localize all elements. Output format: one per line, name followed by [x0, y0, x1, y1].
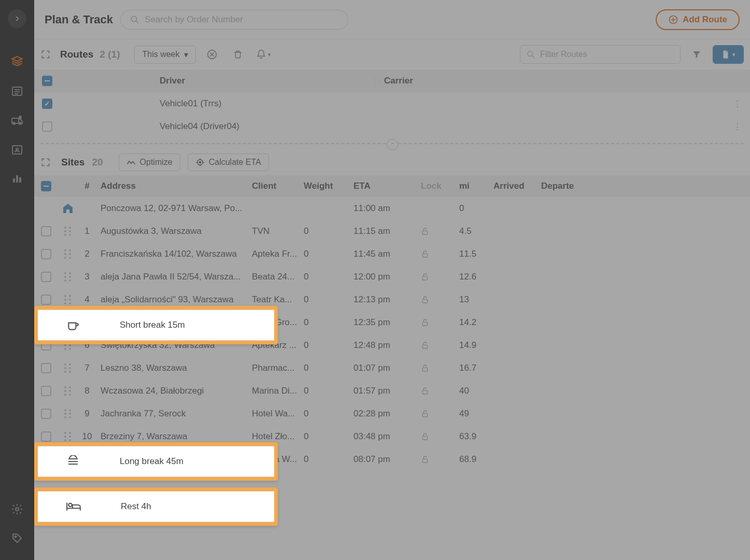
filter-routes-input[interactable]: [540, 50, 674, 59]
route-row[interactable]: Vehicle04 (Driver04) ⋮: [34, 115, 750, 138]
site-row[interactable]: 3aleja Jana Pawła II 52/54, Warsza...Bea…: [34, 265, 750, 288]
site-num: 10: [78, 431, 96, 442]
route-checkbox[interactable]: [42, 99, 52, 109]
drag-handle[interactable]: [58, 227, 78, 236]
select-all-routes-checkbox[interactable]: [42, 76, 52, 86]
site-checkbox[interactable]: [41, 226, 51, 236]
site-address: Augustówka 3, Warszawa: [96, 226, 252, 236]
route-menu-button[interactable]: ⋮: [724, 121, 750, 132]
site-lock[interactable]: [421, 249, 459, 259]
site-checkbox[interactable]: [41, 295, 51, 305]
page-title: Plan & Track: [45, 13, 113, 26]
routes-table: Driver Carrier Vehicle01 (Trrs) ⋮ Vehicl…: [34, 69, 750, 138]
nav-reports[interactable]: [4, 166, 30, 191]
site-lock[interactable]: [421, 227, 459, 236]
document-icon: [721, 50, 730, 59]
col-client: Client: [252, 181, 304, 191]
svg-point-12: [15, 536, 17, 538]
filter-routes-wrap[interactable]: [520, 45, 681, 64]
filter-button[interactable]: [687, 45, 706, 64]
clear-button[interactable]: [202, 45, 222, 64]
site-lock[interactable]: [421, 455, 459, 464]
sidebar-expand-button[interactable]: [8, 9, 26, 28]
nav-orders[interactable]: [4, 79, 30, 104]
site-weight: 0: [304, 431, 353, 442]
divider-handle-icon[interactable]: ⌃: [387, 139, 398, 150]
site-lock[interactable]: [421, 432, 459, 441]
rest-label: Rest 4h: [121, 501, 151, 512]
select-all-sites-checkbox[interactable]: [41, 181, 51, 191]
nav-feedback[interactable]: [4, 526, 30, 551]
site-weight: 0: [304, 409, 353, 419]
export-button[interactable]: ▾: [713, 45, 744, 64]
nav-fleet[interactable]: !: [4, 108, 30, 133]
site-checkbox[interactable]: [41, 363, 51, 373]
site-row[interactable]: 9Jachranka 77, SerockHotel Wa...002:28 p…: [34, 402, 750, 425]
site-weight: 0: [304, 340, 353, 351]
site-checkbox[interactable]: [41, 409, 51, 419]
optimize-label: Optimize: [140, 158, 173, 167]
drag-handle[interactable]: [58, 295, 78, 304]
site-row[interactable]: 2Franciszkańska 14/102, WarszawaApteka F…: [34, 243, 750, 265]
drag-handle[interactable]: [58, 432, 78, 441]
calculate-eta-button[interactable]: Calculate ETA: [188, 153, 269, 171]
optimize-button[interactable]: Optimize: [119, 153, 180, 171]
add-route-button[interactable]: Add Route: [656, 9, 740, 30]
site-checkbox[interactable]: [41, 386, 51, 396]
time-range-label: This week: [142, 50, 179, 59]
expand-icon[interactable]: [40, 157, 51, 167]
drag-handle[interactable]: [58, 386, 78, 396]
time-range-select[interactable]: This week ▾: [134, 46, 195, 64]
rest-card[interactable]: Rest 4h: [34, 487, 278, 526]
svg-text:!: !: [20, 116, 20, 119]
lock-icon: [421, 363, 459, 373]
site-eta: 01:57 pm: [353, 386, 421, 396]
site-lock[interactable]: [421, 386, 459, 396]
site-checkbox[interactable]: [41, 431, 51, 442]
site-weight: 0: [304, 386, 353, 396]
search-input-wrap[interactable]: [120, 10, 348, 30]
svg-point-16: [528, 51, 532, 56]
route-menu-button[interactable]: ⋮: [724, 99, 750, 109]
route-row[interactable]: Vehicle01 (Trrs) ⋮: [34, 92, 750, 115]
sidebar: !: [0, 0, 34, 560]
panel-divider[interactable]: ⌃: [40, 143, 744, 144]
drag-handle[interactable]: [58, 249, 78, 259]
site-lock[interactable]: [421, 409, 459, 418]
long-break-card[interactable]: Long break 45m: [34, 442, 278, 481]
nav-settings[interactable]: [4, 497, 30, 522]
site-lock[interactable]: [421, 295, 459, 304]
svg-rect-22: [422, 299, 427, 303]
delete-button[interactable]: [228, 45, 248, 64]
site-checkbox[interactable]: [41, 249, 51, 259]
nav-schedule[interactable]: [4, 137, 30, 162]
notifications-button[interactable]: ▾: [254, 45, 274, 64]
drag-handle[interactable]: [58, 363, 78, 373]
site-row[interactable]: 1Augustówka 3, WarszawaTVN011:15 am4.5: [34, 220, 750, 243]
svg-rect-24: [422, 345, 427, 348]
col-driver: Driver: [157, 76, 374, 86]
svg-rect-29: [422, 459, 427, 463]
site-lock[interactable]: [421, 272, 459, 282]
drag-handle[interactable]: [58, 272, 78, 282]
site-checkbox[interactable]: [41, 272, 51, 282]
site-lock[interactable]: [421, 318, 459, 327]
site-row[interactable]: Ponczowa 12, 02-971 Warsaw, Po...11:00 a…: [34, 197, 750, 220]
route-checkbox[interactable]: [42, 121, 52, 132]
site-lock[interactable]: [421, 341, 459, 350]
calendar-user-icon: [11, 143, 23, 156]
expand-icon[interactable]: [40, 49, 51, 60]
site-lock[interactable]: [421, 363, 459, 373]
site-address: aleja Jana Pawła II 52/54, Warsza...: [96, 272, 252, 282]
short-break-card[interactable]: Short break 15m: [34, 306, 278, 344]
site-weight: 0: [304, 317, 353, 328]
search-input[interactable]: [145, 15, 338, 25]
add-route-label: Add Route: [683, 15, 727, 25]
svg-point-11: [16, 508, 19, 511]
site-address: Brzeziny 7, Warszawa: [96, 431, 252, 442]
drag-handle[interactable]: [58, 202, 78, 215]
site-row[interactable]: 8Wczasowa 24, BiałobrzegiMarina Di...001…: [34, 380, 750, 402]
site-row[interactable]: 7Leszno 38, WarszawaPharmac...001:07 pm1…: [34, 357, 750, 380]
nav-plan-track[interactable]: [4, 50, 30, 75]
drag-handle[interactable]: [58, 409, 78, 418]
